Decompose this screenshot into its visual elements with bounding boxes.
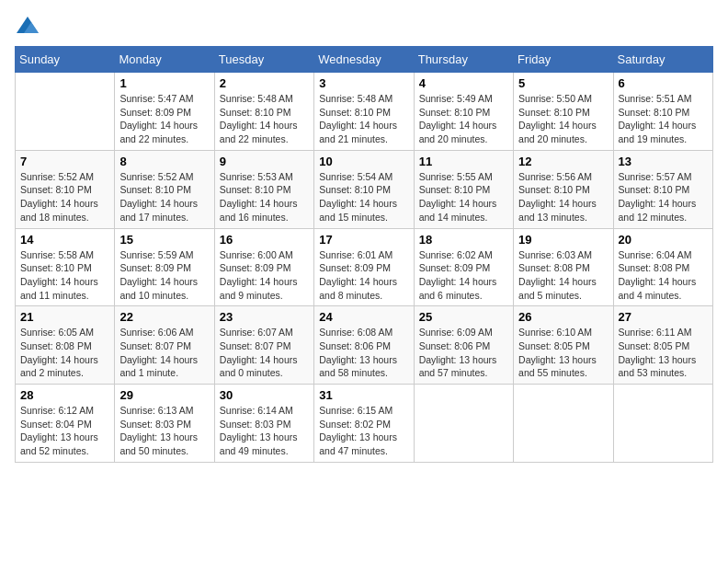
day-info: Sunrise: 6:06 AMSunset: 8:07 PMDaylight:… <box>119 326 209 380</box>
header-row: SundayMondayTuesdayWednesdayThursdayFrid… <box>16 47 713 73</box>
header-day: Sunday <box>16 47 115 73</box>
day-cell: 19Sunrise: 6:03 AMSunset: 8:08 PMDayligh… <box>514 228 613 306</box>
day-cell: 10Sunrise: 5:54 AMSunset: 8:10 PMDayligh… <box>314 150 414 228</box>
day-number: 12 <box>518 155 608 168</box>
header-day: Thursday <box>414 47 513 73</box>
day-info: Sunrise: 6:10 AMSunset: 8:05 PMDaylight:… <box>518 326 608 380</box>
day-cell: 15Sunrise: 5:59 AMSunset: 8:09 PMDayligh… <box>115 228 214 306</box>
day-info: Sunrise: 5:49 AMSunset: 8:10 PMDaylight:… <box>419 92 508 146</box>
day-info: Sunrise: 6:12 AMSunset: 8:04 PMDaylight:… <box>20 404 109 458</box>
day-number: 22 <box>119 310 209 324</box>
day-info: Sunrise: 5:56 AMSunset: 8:10 PMDaylight:… <box>518 170 608 224</box>
day-cell: 20Sunrise: 6:04 AMSunset: 8:08 PMDayligh… <box>613 228 712 306</box>
day-number: 8 <box>119 155 209 168</box>
day-number: 13 <box>619 155 708 168</box>
logo <box>15 15 44 35</box>
day-info: Sunrise: 6:04 AMSunset: 8:08 PMDaylight:… <box>619 248 708 303</box>
day-info: Sunrise: 5:52 AMSunset: 8:10 PMDaylight:… <box>20 170 109 224</box>
day-cell <box>514 385 613 463</box>
day-cell: 8Sunrise: 5:52 AMSunset: 8:10 PMDaylight… <box>115 150 214 228</box>
day-number: 28 <box>20 388 109 402</box>
day-info: Sunrise: 6:11 AMSunset: 8:05 PMDaylight:… <box>619 326 708 380</box>
day-info: Sunrise: 6:09 AMSunset: 8:06 PMDaylight:… <box>419 326 508 380</box>
day-info: Sunrise: 5:57 AMSunset: 8:10 PMDaylight:… <box>619 170 708 224</box>
day-number: 27 <box>619 310 708 324</box>
day-number: 1 <box>119 76 209 90</box>
day-cell: 14Sunrise: 5:58 AMSunset: 8:10 PMDayligh… <box>16 228 115 306</box>
day-info: Sunrise: 5:55 AMSunset: 8:10 PMDaylight:… <box>419 170 508 224</box>
day-number: 2 <box>220 76 309 90</box>
day-info: Sunrise: 6:15 AMSunset: 8:02 PMDaylight:… <box>319 404 408 458</box>
day-cell: 26Sunrise: 6:10 AMSunset: 8:05 PMDayligh… <box>514 306 613 385</box>
day-cell: 1Sunrise: 5:47 AMSunset: 8:09 PMDaylight… <box>115 73 214 151</box>
day-number: 5 <box>518 76 608 90</box>
day-cell: 18Sunrise: 6:02 AMSunset: 8:09 PMDayligh… <box>414 228 513 306</box>
day-info: Sunrise: 5:47 AMSunset: 8:09 PMDaylight:… <box>119 92 209 146</box>
day-number: 6 <box>619 76 708 90</box>
day-number: 25 <box>419 310 508 324</box>
day-cell: 4Sunrise: 5:49 AMSunset: 8:10 PMDaylight… <box>414 73 513 151</box>
day-number: 29 <box>119 388 209 402</box>
day-info: Sunrise: 6:00 AMSunset: 8:09 PMDaylight:… <box>220 248 309 303</box>
day-cell: 13Sunrise: 5:57 AMSunset: 8:10 PMDayligh… <box>613 150 712 228</box>
week-row: 7Sunrise: 5:52 AMSunset: 8:10 PMDaylight… <box>16 150 713 228</box>
day-cell: 12Sunrise: 5:56 AMSunset: 8:10 PMDayligh… <box>514 150 613 228</box>
header-day: Friday <box>514 47 613 73</box>
day-cell: 23Sunrise: 6:07 AMSunset: 8:07 PMDayligh… <box>214 306 313 385</box>
week-row: 14Sunrise: 5:58 AMSunset: 8:10 PMDayligh… <box>16 228 713 306</box>
day-number: 14 <box>20 233 109 247</box>
day-cell: 21Sunrise: 6:05 AMSunset: 8:08 PMDayligh… <box>16 306 115 385</box>
logo-icon <box>15 15 40 35</box>
day-cell: 29Sunrise: 6:13 AMSunset: 8:03 PMDayligh… <box>115 385 214 463</box>
day-number: 26 <box>518 310 608 324</box>
day-info: Sunrise: 6:01 AMSunset: 8:09 PMDaylight:… <box>319 248 408 303</box>
day-info: Sunrise: 5:50 AMSunset: 8:10 PMDaylight:… <box>518 92 608 146</box>
calendar-body: 1Sunrise: 5:47 AMSunset: 8:09 PMDaylight… <box>16 73 713 463</box>
header-day: Saturday <box>613 47 712 73</box>
day-number: 30 <box>220 388 309 402</box>
day-cell: 3Sunrise: 5:48 AMSunset: 8:10 PMDaylight… <box>314 73 414 151</box>
day-cell: 27Sunrise: 6:11 AMSunset: 8:05 PMDayligh… <box>613 306 712 385</box>
day-info: Sunrise: 6:03 AMSunset: 8:08 PMDaylight:… <box>518 248 608 303</box>
calendar-header: SundayMondayTuesdayWednesdayThursdayFrid… <box>16 47 713 73</box>
day-cell: 25Sunrise: 6:09 AMSunset: 8:06 PMDayligh… <box>414 306 513 385</box>
day-cell <box>414 385 513 463</box>
day-info: Sunrise: 6:05 AMSunset: 8:08 PMDaylight:… <box>20 326 109 380</box>
day-cell: 11Sunrise: 5:55 AMSunset: 8:10 PMDayligh… <box>414 150 513 228</box>
day-info: Sunrise: 6:14 AMSunset: 8:03 PMDaylight:… <box>220 404 309 458</box>
day-number: 10 <box>319 155 408 168</box>
header-day: Wednesday <box>314 47 414 73</box>
day-info: Sunrise: 5:58 AMSunset: 8:10 PMDaylight:… <box>20 248 109 303</box>
day-cell: 2Sunrise: 5:48 AMSunset: 8:10 PMDaylight… <box>214 73 313 151</box>
day-number: 11 <box>419 155 508 168</box>
header-day: Tuesday <box>214 47 313 73</box>
day-number: 21 <box>20 310 109 324</box>
day-info: Sunrise: 6:13 AMSunset: 8:03 PMDaylight:… <box>119 404 209 458</box>
day-cell: 24Sunrise: 6:08 AMSunset: 8:06 PMDayligh… <box>314 306 414 385</box>
day-info: Sunrise: 5:54 AMSunset: 8:10 PMDaylight:… <box>319 170 408 224</box>
day-number: 9 <box>220 155 309 168</box>
day-cell <box>16 73 115 151</box>
week-row: 28Sunrise: 6:12 AMSunset: 8:04 PMDayligh… <box>16 385 713 463</box>
header <box>15 15 713 35</box>
day-cell: 7Sunrise: 5:52 AMSunset: 8:10 PMDaylight… <box>16 150 115 228</box>
day-info: Sunrise: 5:51 AMSunset: 8:10 PMDaylight:… <box>619 92 708 146</box>
week-row: 21Sunrise: 6:05 AMSunset: 8:08 PMDayligh… <box>16 306 713 385</box>
day-info: Sunrise: 5:53 AMSunset: 8:10 PMDaylight:… <box>220 170 309 224</box>
day-number: 15 <box>119 233 209 247</box>
day-cell: 9Sunrise: 5:53 AMSunset: 8:10 PMDaylight… <box>214 150 313 228</box>
day-cell: 16Sunrise: 6:00 AMSunset: 8:09 PMDayligh… <box>214 228 313 306</box>
day-info: Sunrise: 5:52 AMSunset: 8:10 PMDaylight:… <box>119 170 209 224</box>
day-number: 24 <box>319 310 408 324</box>
day-number: 18 <box>419 233 508 247</box>
calendar-table: SundayMondayTuesdayWednesdayThursdayFrid… <box>15 46 713 463</box>
day-number: 3 <box>319 76 408 90</box>
header-day: Monday <box>115 47 214 73</box>
day-info: Sunrise: 6:07 AMSunset: 8:07 PMDaylight:… <box>220 326 309 380</box>
day-info: Sunrise: 6:02 AMSunset: 8:09 PMDaylight:… <box>419 248 508 303</box>
day-cell: 5Sunrise: 5:50 AMSunset: 8:10 PMDaylight… <box>514 73 613 151</box>
day-cell: 6Sunrise: 5:51 AMSunset: 8:10 PMDaylight… <box>613 73 712 151</box>
day-number: 19 <box>518 233 608 247</box>
day-cell: 17Sunrise: 6:01 AMSunset: 8:09 PMDayligh… <box>314 228 414 306</box>
day-number: 17 <box>319 233 408 247</box>
